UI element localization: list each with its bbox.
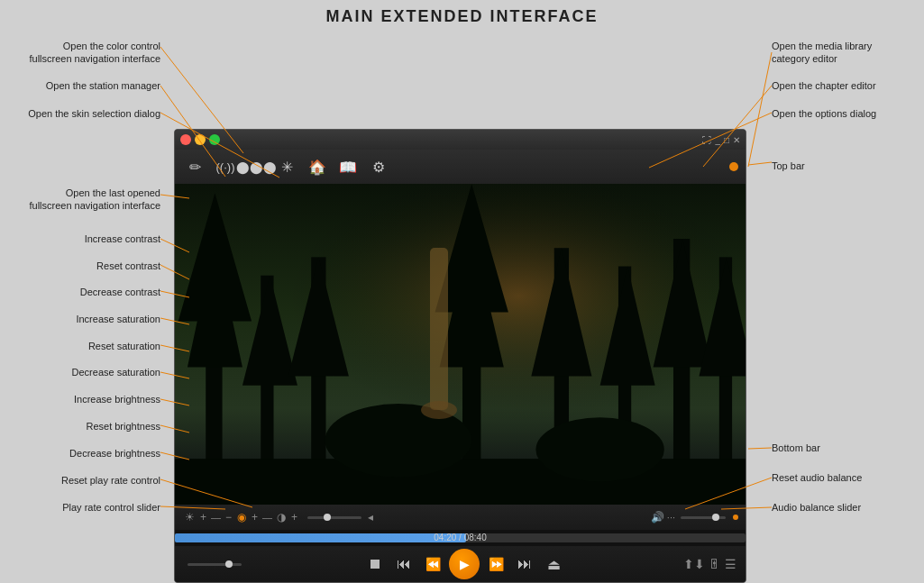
playlist-icon[interactable]: ☰	[725, 557, 736, 571]
audio-icon: 🔊	[651, 511, 664, 524]
brightness-add-icon[interactable]: +	[200, 511, 206, 524]
label-station-manager: Open the station manager	[46, 79, 160, 92]
book-btn[interactable]: 📖	[335, 154, 361, 179]
rewind-btn[interactable]: ⏪	[420, 551, 445, 577]
pencil-tool-btn[interactable]: ✏	[182, 154, 207, 179]
audio-balance-slider[interactable]	[681, 516, 726, 519]
saturation-add-icon[interactable]: +	[252, 511, 258, 524]
fullscreen-icon[interactable]: ⛶	[702, 135, 711, 145]
effects-btn[interactable]: ✳	[274, 154, 299, 179]
title-bar: ⛶ _ □ ✕	[175, 130, 746, 150]
label-last-fullscreen: Open the last openedfullscreen navigatio…	[29, 187, 160, 213]
maximize-btn[interactable]	[209, 134, 220, 145]
label-skin-selection: Open the skin selection dialog	[28, 107, 160, 120]
prev-btn[interactable]: ⏮	[391, 551, 416, 577]
toolbar-indicator	[729, 162, 738, 171]
audio-dots: ···	[667, 512, 675, 523]
video-area	[175, 184, 746, 505]
player-window: ⛶ _ □ ✕ ✏ ((·)) ⬤⬤⬤ ✳ 🏠 📖 ⚙	[174, 129, 746, 583]
label-options-dialog: Open the options dialog	[772, 107, 876, 120]
color-circle-icon: ◉	[237, 511, 246, 524]
radio-btn[interactable]: ((·))	[213, 154, 238, 179]
page-title: MAIN EXTENDED INTERFACE	[0, 0, 924, 30]
eject-btn[interactable]: ⏏	[541, 551, 566, 577]
equalizer-icon[interactable]: 🎚	[709, 557, 721, 571]
label-increase-contrast: Increase contrast	[85, 232, 160, 245]
label-top-bar: Top bar	[772, 159, 805, 172]
label-decrease-saturation: Decrease saturation	[72, 366, 160, 378]
stop-btn[interactable]: ⏹	[362, 551, 388, 577]
separator1: —	[211, 512, 221, 523]
separator2: —	[262, 512, 272, 523]
toggle-icon[interactable]: ⬆⬇	[683, 557, 705, 571]
progress-bar-container[interactable]: 04:20 / 08:40	[175, 530, 746, 546]
users-btn[interactable]: ⬤⬤⬤	[243, 154, 269, 179]
contrast-add-icon[interactable]: +	[291, 511, 297, 524]
svg-rect-20	[175, 459, 746, 505]
close-btn[interactable]	[180, 134, 191, 145]
contrast-icon: ◑	[277, 511, 286, 524]
svg-point-22	[535, 417, 663, 481]
balance-indicator	[733, 515, 738, 520]
brightness-icon: ☀	[185, 511, 195, 524]
label-media-library: Open the media librarycategory editor	[772, 40, 872, 66]
next-btn[interactable]: ⏭	[512, 551, 537, 577]
settings-btn[interactable]: ⚙	[366, 154, 391, 179]
volume-slider[interactable]	[188, 563, 242, 566]
home-btn[interactable]: 🏠	[305, 154, 330, 179]
label-increase-saturation: Increase saturation	[76, 313, 160, 325]
label-reset-saturation: Reset saturation	[88, 340, 160, 352]
label-chapter-editor: Open the chapter editor	[772, 79, 876, 92]
svg-point-24	[421, 401, 457, 419]
play-rate-slider[interactable]	[307, 516, 361, 519]
fast-forward-btn[interactable]: ⏩	[483, 551, 508, 577]
minimize-btn[interactable]	[195, 134, 206, 145]
label-decrease-brightness: Decrease brightness	[69, 447, 160, 460]
label-increase-brightness: Increase brightness	[74, 393, 160, 405]
label-reset-contrast: Reset contrast	[96, 260, 160, 272]
svg-rect-23	[430, 248, 448, 410]
label-bottom-bar: Bottom bar	[772, 442, 820, 454]
label-play-rate-slider: Play rate control slider	[62, 501, 160, 514]
saturation-minus-icon[interactable]: −	[225, 511, 232, 524]
label-decrease-contrast: Decrease contrast	[80, 286, 160, 298]
label-reset-audio-balance: Reset audio balance	[772, 471, 862, 484]
prev-rate-icon[interactable]: ◂	[368, 511, 373, 524]
play-btn[interactable]: ▶	[449, 549, 480, 579]
label-reset-play-rate: Reset play rate control	[61, 474, 160, 487]
window-close-icon[interactable]: ✕	[733, 135, 740, 145]
window-min-icon[interactable]: _	[715, 135, 720, 145]
label-color-control: Open the color controlfullscreen navigat…	[29, 40, 160, 66]
label-reset-brightness: Reset brightness	[86, 420, 160, 433]
controls-bar: ⏹ ⏮ ⏪ ▶ ⏩ ⏭ ⏏ ⬆⬇ 🎚 ☰	[175, 546, 746, 582]
progress-time: 04:20 / 08:40	[434, 530, 486, 546]
label-audio-balance-slider: Audio balance slider	[772, 501, 861, 514]
bottom-bar: ☀ + — − ◉ + — ◑ + ◂ 🔊 ···	[175, 505, 746, 530]
window-max-icon[interactable]: □	[724, 135, 729, 145]
top-toolbar: ✏ ((·)) ⬤⬤⬤ ✳ 🏠 📖 ⚙	[175, 150, 746, 184]
